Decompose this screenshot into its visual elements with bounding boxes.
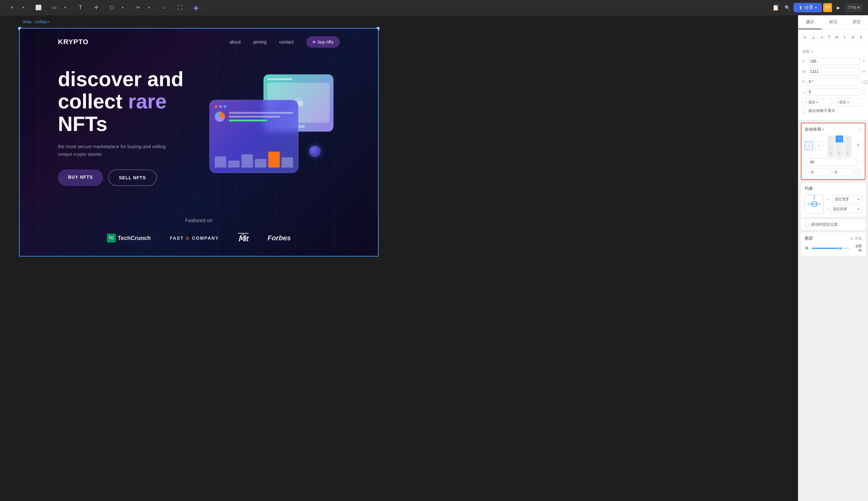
line-2 xyxy=(229,116,280,118)
distribute-v[interactable]: ⦀ xyxy=(858,33,864,42)
add-button[interactable]: + xyxy=(7,2,17,13)
share-button[interactable]: ⬆ 分享 ▾ xyxy=(794,3,822,12)
constraint-options: ↔ 固定宽度 ▾ ↕ 固定高度 ▾ xyxy=(827,195,862,213)
tab-design[interactable]: 设计 xyxy=(798,15,822,29)
hero-title-line2: collect rare xyxy=(58,90,206,113)
frame-tools: ⬜ xyxy=(31,2,46,13)
al-remove-button[interactable]: − xyxy=(859,127,862,132)
al-pad-expand-button[interactable]: ⛶ xyxy=(855,169,862,175)
right-panel: 设计 标注 原型 ⊢ ⊥ ⊣ ⊤ ⊨ ⊦ ≡ ⦀ 画板 ▾ X xyxy=(798,15,868,501)
al-more-options[interactable]: ··· xyxy=(858,160,862,164)
hero-title-line1: discover and xyxy=(58,68,206,90)
component-dropdown[interactable]: ▾ xyxy=(117,2,128,13)
dot-orange xyxy=(215,105,217,108)
play-button[interactable]: ▶ xyxy=(833,2,844,13)
al-pad-h-input[interactable] xyxy=(812,170,819,174)
nft-navbar: KRYPTO about pricing contact buy nfts xyxy=(20,29,378,55)
align-middle-v[interactable]: ⊨ xyxy=(834,33,841,42)
canvas-area[interactable]: Wide - 1440px+ KRYPTO about pricing cont… xyxy=(0,15,798,501)
al-align-tc[interactable]: ⌃ xyxy=(836,136,843,143)
constraint-title: 约束 xyxy=(805,186,862,191)
al-align-bl[interactable]: ⌊ xyxy=(827,149,835,157)
scroll-checkbox[interactable] xyxy=(805,223,809,227)
al-align-ml[interactable]: ⌞ xyxy=(827,142,835,150)
al-pad-v-icon: ↕ xyxy=(832,170,834,174)
add-dropdown[interactable]: ▾ xyxy=(18,2,28,13)
pen-dropdown[interactable]: ▾ xyxy=(144,2,154,13)
history-button[interactable]: 📋 . xyxy=(771,2,781,13)
zoom-control[interactable]: 77% ▾ xyxy=(845,3,863,12)
al-align-mr[interactable]: ⌟ xyxy=(844,142,851,150)
bar-chart xyxy=(215,152,293,168)
layer-section: 图层 ◎ 穿透 👁 100 % xyxy=(801,232,866,256)
nav-pricing[interactable]: pricing xyxy=(254,40,266,44)
move-button[interactable]: ✛ xyxy=(91,2,101,13)
buy-nfts-button[interactable]: BUY NFTS xyxy=(58,169,103,186)
align-top[interactable]: ⊤ xyxy=(826,33,833,42)
al-pad-v-input[interactable] xyxy=(835,170,843,174)
sphere-decoration xyxy=(309,146,321,157)
main-monitor xyxy=(209,100,299,173)
fixed-height-constraint[interactable]: 固定高度 ▾ xyxy=(831,205,862,213)
overflow-checkbox[interactable] xyxy=(802,109,807,113)
bar-6 xyxy=(282,157,293,168)
al-align-mc[interactable]: · xyxy=(836,142,843,150)
x-input[interactable] xyxy=(808,57,860,65)
flip-v-icon[interactable]: ▷ xyxy=(866,79,868,85)
nav-about[interactable]: about xyxy=(230,40,241,44)
align-left[interactable]: ⊢ xyxy=(802,33,809,42)
text-button[interactable]: T xyxy=(75,2,86,13)
crop-button[interactable]: ⛶ xyxy=(175,2,185,13)
corner-icon: ◡ xyxy=(802,90,805,94)
corner-input[interactable] xyxy=(807,88,859,96)
add-tools: + ▾ xyxy=(5,2,30,13)
expand-corner-icon[interactable]: ⛶ xyxy=(861,89,866,94)
shape-dropdown[interactable]: ▾ xyxy=(60,2,70,13)
featured-logos: TC TechCrunch FAST⊙COMPANY Ṁit Forbes xyxy=(58,233,340,243)
al-direction-horizontal[interactable]: → xyxy=(815,141,823,150)
align-right[interactable]: ⊣ xyxy=(818,33,825,42)
hero-rare: rare xyxy=(128,90,167,113)
fixed-width-constraint[interactable]: 固定宽度 ▾ xyxy=(833,195,862,203)
constraint-height-row: ↕ 固定高度 ▾ xyxy=(827,205,862,213)
rect-button[interactable]: ▭ xyxy=(49,2,59,13)
circle-button[interactable]: ○ xyxy=(159,2,170,13)
x-field: X xyxy=(802,57,860,65)
distribute-h[interactable]: ≡ xyxy=(849,33,856,42)
pen-button[interactable]: ✂ xyxy=(133,2,143,13)
fixed-width-select[interactable]: ↔ 固定 ▾ xyxy=(802,98,832,106)
align-bottom[interactable]: ⊦ xyxy=(841,33,848,42)
circle-tool: ○ xyxy=(157,2,172,13)
al-spacing-input[interactable] xyxy=(810,160,820,164)
al-title: 自动布局 ℹ xyxy=(805,127,824,132)
rotation-input[interactable] xyxy=(807,78,859,86)
al-direction-vertical[interactable]: ↓ xyxy=(805,141,813,150)
design-frame[interactable]: KRYPTO about pricing contact buy nfts xyxy=(19,28,379,257)
w-label: W xyxy=(802,70,807,73)
nav-cta-label: buy nfts xyxy=(318,40,333,44)
al-align-stretch[interactable]: ⊤ xyxy=(855,142,862,149)
component-button[interactable]: ⬡ xyxy=(107,2,117,13)
al-align-bc[interactable]: ⌇ xyxy=(836,149,843,157)
constraint-width-row: ↔ 固定宽度 ▾ xyxy=(827,195,862,203)
tab-prototype[interactable]: 原型 xyxy=(845,15,868,29)
template-icon[interactable]: T? xyxy=(823,3,832,12)
eye-icon[interactable]: 👁 xyxy=(805,246,809,251)
opacity-slider[interactable] xyxy=(812,248,849,249)
flip-h-icon[interactable]: ◁ xyxy=(861,79,865,85)
al-align-br[interactable]: ⌋ xyxy=(844,149,851,157)
search-button[interactable]: 🔍 xyxy=(782,2,792,13)
al-align-tl[interactable]: ⌜ xyxy=(827,136,835,143)
sell-nfts-button[interactable]: SELL NFTS xyxy=(108,169,157,186)
w-input[interactable] xyxy=(808,68,860,75)
al-align-tr[interactable]: ⌝ xyxy=(844,136,851,143)
hero-description: the most secure marketplace for buying a… xyxy=(58,143,172,158)
fixed-height-select[interactable]: ↕ 固定 ▾ xyxy=(835,98,865,106)
constraint-visual: ↔ 固定宽度 ▾ ↕ 固定高度 ▾ xyxy=(805,194,862,214)
nav-cta-button[interactable]: buy nfts xyxy=(306,36,340,48)
frame-button[interactable]: ⬜ xyxy=(33,2,44,13)
nav-contact[interactable]: contact xyxy=(279,40,294,44)
tab-annotation[interactable]: 标注 xyxy=(822,15,845,29)
board-dropdown-icon[interactable]: ▾ xyxy=(811,50,813,53)
align-center-h[interactable]: ⊥ xyxy=(810,33,817,42)
